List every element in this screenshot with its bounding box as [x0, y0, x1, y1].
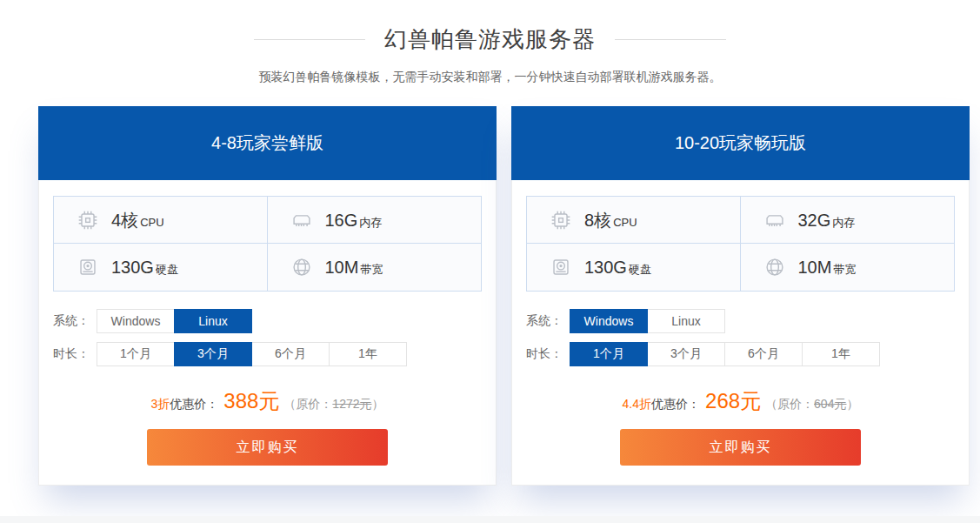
cpu-icon [548, 207, 574, 233]
buy-button[interactable]: 立即购买 [147, 429, 388, 466]
spec-disk: 130G硬盘 [527, 244, 741, 291]
price-value: 268元 [705, 389, 761, 412]
title-divider-right [615, 39, 726, 40]
system-option-linux[interactable]: Linux [174, 309, 252, 333]
memory-icon [289, 207, 315, 233]
spec-value: 32G [798, 211, 831, 230]
system-label: 系统： [53, 313, 97, 329]
duration-row: 时长： 1个月 3个月 6个月 1年 [526, 342, 955, 366]
plan-title: 10-20玩家畅玩版 [511, 106, 970, 180]
page-title: 幻兽帕鲁游戏服务器 [384, 24, 596, 55]
duration-label: 时长： [53, 346, 97, 362]
spec-value: 8核 [584, 211, 611, 230]
disk-icon [548, 254, 574, 280]
spec-cpu: 4核CPU [54, 197, 268, 244]
page-subtitle: 预装幻兽帕鲁镜像模板，无需手动安装和部署，一分钟快速自动部署联机游戏服务器。 [0, 70, 980, 85]
memory-icon [762, 207, 788, 233]
duration-option-1year[interactable]: 1年 [329, 342, 407, 366]
discount-rate: 4.4折 [623, 397, 651, 411]
spec-unit: CPU [613, 216, 637, 229]
spec-grid: 8核CPU 32G内存 130G硬盘 10M带宽 [526, 196, 955, 292]
spec-value: 130G [584, 258, 627, 277]
system-option-windows[interactable]: Windows [97, 309, 175, 333]
spec-unit: 硬盘 [156, 263, 178, 276]
spec-unit: 内存 [832, 216, 855, 229]
spec-value: 10M [798, 258, 832, 277]
duration-row: 时长： 1个月 3个月 6个月 1年 [53, 342, 482, 366]
plan-body: 4核CPU 16G内存 130G硬盘 10M带宽 [38, 180, 497, 486]
spec-bandwidth: 10M带宽 [741, 244, 955, 291]
duration-options: 1个月 3个月 6个月 1年 [570, 342, 880, 366]
duration-options: 1个月 3个月 6个月 1年 [97, 342, 407, 366]
duration-option-3months[interactable]: 3个月 [647, 342, 725, 366]
plan-body: 8核CPU 32G内存 130G硬盘 10M带宽 [511, 180, 970, 486]
price-row: 3折优惠价：388元（原价：1272元） [53, 387, 482, 415]
title-row: 幻兽帕鲁游戏服务器 [0, 24, 980, 55]
duration-option-6months[interactable]: 6个月 [251, 342, 330, 366]
spec-unit: CPU [140, 216, 163, 229]
discount-rate: 3折 [151, 397, 170, 411]
system-label: 系统： [526, 313, 570, 329]
disk-icon [75, 254, 101, 280]
plan-title: 4-8玩家尝鲜版 [38, 106, 497, 180]
discount-label: 优惠价： [651, 397, 700, 411]
title-divider-left [254, 39, 365, 40]
spec-memory: 16G内存 [268, 197, 482, 244]
duration-option-3months[interactable]: 3个月 [174, 342, 252, 366]
price-value: 388元 [223, 389, 279, 412]
system-row: 系统： Windows Linux [53, 309, 482, 333]
bandwidth-icon [289, 254, 315, 280]
duration-label: 时长： [526, 346, 570, 362]
discount-label: 优惠价： [170, 397, 218, 411]
system-option-windows[interactable]: Windows [570, 309, 648, 333]
duration-option-1year[interactable]: 1年 [802, 342, 880, 366]
spec-value: 16G [325, 211, 358, 230]
plan-card-standard: 10-20玩家畅玩版 8核CPU 32G内存 130G硬盘 [511, 106, 970, 486]
section-header: 幻兽帕鲁游戏服务器 预装幻兽帕鲁镜像模板，无需手动安装和部署，一分钟快速自动部署… [0, 0, 980, 85]
price-row: 4.4折优惠价：268元（原价：604元） [526, 387, 955, 415]
palworld-server-page: 幻兽帕鲁游戏服务器 预装幻兽帕鲁镜像模板，无需手动安装和部署，一分钟快速自动部署… [0, 0, 980, 523]
spec-value: 4核 [111, 211, 138, 230]
spec-value: 10M [325, 258, 359, 277]
bottom-strip [0, 516, 980, 523]
spec-disk: 130G硬盘 [54, 244, 268, 291]
original-price-value: 1272元 [332, 397, 371, 411]
bandwidth-icon [762, 254, 788, 280]
duration-option-1month[interactable]: 1个月 [97, 342, 175, 366]
system-options: Windows Linux [570, 309, 725, 333]
spec-unit: 内存 [359, 216, 382, 229]
system-option-linux[interactable]: Linux [647, 309, 725, 333]
spec-unit: 带宽 [360, 263, 383, 276]
duration-option-6months[interactable]: 6个月 [724, 342, 803, 366]
spec-value: 130G [111, 258, 154, 277]
plan-cards: 4-8玩家尝鲜版 4核CPU 16G内存 130G硬盘 [38, 106, 970, 486]
buy-button[interactable]: 立即购买 [620, 429, 861, 466]
spec-bandwidth: 10M带宽 [268, 244, 482, 291]
spec-memory: 32G内存 [741, 197, 955, 244]
spec-unit: 带宽 [833, 263, 856, 276]
plan-card-trial: 4-8玩家尝鲜版 4核CPU 16G内存 130G硬盘 [38, 106, 497, 486]
spec-cpu: 8核CPU [527, 197, 741, 244]
system-row: 系统： Windows Linux [526, 309, 955, 333]
original-price: （原价：1272元） [283, 397, 383, 411]
original-price: （原价：604元） [765, 397, 858, 411]
duration-option-1month[interactable]: 1个月 [570, 342, 648, 366]
original-price-value: 604元 [814, 397, 846, 411]
spec-grid: 4核CPU 16G内存 130G硬盘 10M带宽 [53, 196, 482, 292]
spec-unit: 硬盘 [629, 263, 651, 276]
cpu-icon [75, 207, 101, 233]
system-options: Windows Linux [97, 309, 252, 333]
